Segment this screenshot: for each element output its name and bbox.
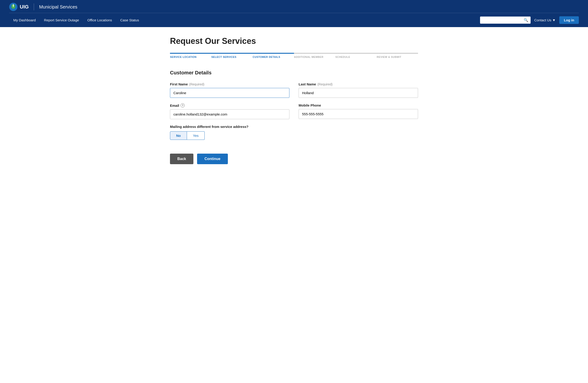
mobile-phone-label: Mobile Phone [299,103,418,107]
step-schedule: SCHEDULE [335,53,377,58]
toggle-no-button[interactable]: No [170,131,187,140]
logo-text: UIG [20,4,29,10]
search-input[interactable] [482,18,524,22]
step-line-2 [211,53,253,54]
main-nav: My Dashboard Report Service Outage Offic… [9,13,579,27]
back-button[interactable]: Back [170,154,193,164]
step-label-1: SERVICE LOCATION [170,56,197,58]
main-content: Request Our Services SERVICE LOCATION SE… [156,27,432,173]
site-header: UIG Municipal Services My Dashboard Repo… [0,0,588,27]
header-top: UIG Municipal Services [9,0,579,13]
step-review-submit: REVIEW & SUBMIT [377,53,418,58]
chevron-down-icon: ▼ [552,18,556,22]
email-label: Email ? [170,103,289,107]
mailing-question-label: Mailing address different from service a… [170,125,418,129]
nav-my-dashboard[interactable]: My Dashboard [9,16,40,24]
nav-case-status[interactable]: Case Status [116,16,143,24]
login-button[interactable]: Log in [559,16,579,24]
step-line-4 [294,53,335,54]
mailing-toggle-group: No Yes [170,131,418,140]
step-label-6: REVIEW & SUBMIT [377,56,401,58]
step-service-location: SERVICE LOCATION [170,53,211,58]
mailing-question-group: Mailing address different from service a… [170,125,418,140]
section-title: Customer Details [170,70,418,76]
nav-office-locations[interactable]: Office Locations [83,16,116,24]
last-name-required: (Required) [317,82,333,86]
email-input[interactable] [170,109,289,119]
logo-area: UIG Municipal Services [9,3,77,11]
name-row: First Name (Required) Last Name (Require… [170,82,418,98]
search-button[interactable]: 🔍 [524,18,528,22]
email-help-icon[interactable]: ? [181,103,185,107]
first-name-label: First Name (Required) [170,82,289,86]
step-label-5: SCHEDULE [335,56,350,58]
step-label-4: ADDITIONAL MEMBER [294,56,323,58]
nav-report-service-outage[interactable]: Report Service Outage [40,16,83,24]
step-select-services: SELECT SERVICES [211,53,253,58]
header-right: 🔍 Contact Us ▼ Log in [480,16,579,24]
footer-buttons: Back Continue [170,154,418,164]
last-name-group: Last Name (Required) [299,82,418,98]
contact-us-label: Contact Us [534,18,551,22]
first-name-group: First Name (Required) [170,82,289,98]
logo-subtitle: Municipal Services [39,4,77,10]
logo-divider [34,3,34,10]
last-name-input[interactable] [299,88,418,98]
uig-logo-icon [9,3,18,11]
continue-button[interactable]: Continue [197,154,228,164]
step-line-1 [170,53,211,54]
first-name-required: (Required) [189,82,204,86]
step-additional-member: ADDITIONAL MEMBER [294,53,335,58]
contact-us-button[interactable]: Contact Us ▼ [534,18,556,22]
page-title: Request Our Services [170,36,418,46]
step-line-3 [253,53,294,54]
email-group: Email ? [170,103,289,119]
last-name-label: Last Name (Required) [299,82,418,86]
mobile-phone-group: Mobile Phone [299,103,418,119]
step-label-2: SELECT SERVICES [211,56,236,58]
contact-row: Email ? Mobile Phone [170,103,418,119]
first-name-input[interactable] [170,88,289,98]
step-line-6 [377,53,418,54]
toggle-yes-button[interactable]: Yes [187,131,205,140]
search-box: 🔍 [480,17,531,24]
mobile-phone-input[interactable] [299,109,418,119]
customer-details-section: Customer Details First Name (Required) L… [170,70,418,140]
step-line-5 [335,53,377,54]
step-label-3: CUSTOMER DETAILS [253,56,280,58]
step-customer-details: CUSTOMER DETAILS [253,53,294,58]
progress-steps: SERVICE LOCATION SELECT SERVICES CUSTOME… [170,53,418,58]
